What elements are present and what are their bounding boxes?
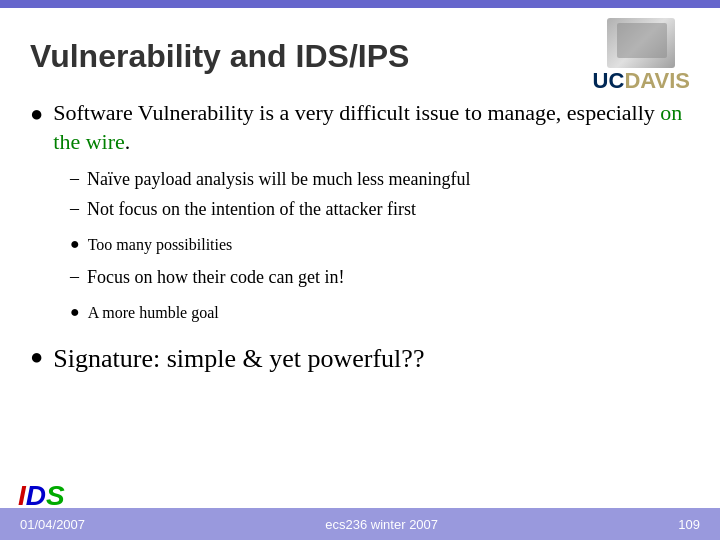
sub-bullet-text-3: Focus on how their code can get in! bbox=[87, 266, 344, 289]
davis-text: DAVIS bbox=[624, 68, 690, 93]
sig-bullet-text: Signature: simple & yet powerful?? bbox=[53, 342, 424, 376]
sub-bullets-group2: – Focus on how their code can get in! bbox=[70, 266, 690, 295]
logo-image bbox=[607, 18, 675, 68]
uc-davis-logo: UCDAVIS bbox=[593, 68, 690, 94]
ids-d: D bbox=[26, 480, 46, 511]
subsub-bullet-2: ● A more humble goal bbox=[70, 303, 690, 324]
sub-bullets-group1: – Naïve payload analysis will be much le… bbox=[70, 168, 690, 227]
slide-title: Vulnerability and IDS/IPS bbox=[30, 38, 593, 75]
subsub-text-1: Too many possibilities bbox=[88, 235, 233, 256]
sub-bullet-text-2: Not focus on the intention of the attack… bbox=[87, 198, 416, 221]
header: Vulnerability and IDS/IPS UCDAVIS bbox=[0, 8, 720, 99]
sub-dash-3: – bbox=[70, 266, 79, 287]
bullet-dot: ● bbox=[30, 101, 43, 127]
bottom-date: 01/04/2007 bbox=[20, 517, 85, 532]
logo-wrapper: UCDAVIS bbox=[593, 18, 690, 94]
subsub-bullets-1: ● Too many possibilities bbox=[70, 235, 690, 260]
main-bullet: ● Software Vulnerability is a very diffi… bbox=[30, 99, 690, 156]
subsub-text-2: A more humble goal bbox=[88, 303, 219, 324]
content-area: ● Software Vulnerability is a very diffi… bbox=[0, 99, 720, 540]
slide: Vulnerability and IDS/IPS UCDAVIS ● Soft… bbox=[0, 0, 720, 540]
sig-bullet: ● Signature: simple & yet powerful?? bbox=[30, 342, 690, 376]
bottom-bar: 01/04/2007 ecs236 winter 2007 109 bbox=[0, 508, 720, 540]
main-bullet-text-before: Software Vulnerability is a very difficu… bbox=[53, 100, 660, 125]
subsub-dot-2: ● bbox=[70, 303, 80, 321]
ids-s: S bbox=[46, 480, 65, 511]
subsub-bullet-1: ● Too many possibilities bbox=[70, 235, 690, 256]
sub-bullet-3: – Focus on how their code can get in! bbox=[70, 266, 690, 289]
uc-text: UC bbox=[593, 68, 625, 93]
sub-dash-2: – bbox=[70, 198, 79, 219]
subsub-bullets-2: ● A more humble goal bbox=[70, 303, 690, 328]
ids-i: I bbox=[18, 480, 26, 511]
main-bullet-text: Software Vulnerability is a very difficu… bbox=[53, 99, 690, 156]
subsub-dot-1: ● bbox=[70, 235, 80, 253]
top-bar bbox=[0, 0, 720, 8]
sub-bullet-1: – Naïve payload analysis will be much le… bbox=[70, 168, 690, 191]
sub-bullet-2: – Not focus on the intention of the atta… bbox=[70, 198, 690, 221]
bottom-course: ecs236 winter 2007 bbox=[325, 517, 438, 532]
main-bullet-text-after: . bbox=[125, 129, 131, 154]
sub-bullet-text-1: Naïve payload analysis will be much less… bbox=[87, 168, 470, 191]
title-area: Vulnerability and IDS/IPS bbox=[30, 38, 593, 75]
bottom-page: 109 bbox=[678, 517, 700, 532]
sig-bullet-dot: ● bbox=[30, 344, 43, 370]
sub-dash-1: – bbox=[70, 168, 79, 189]
